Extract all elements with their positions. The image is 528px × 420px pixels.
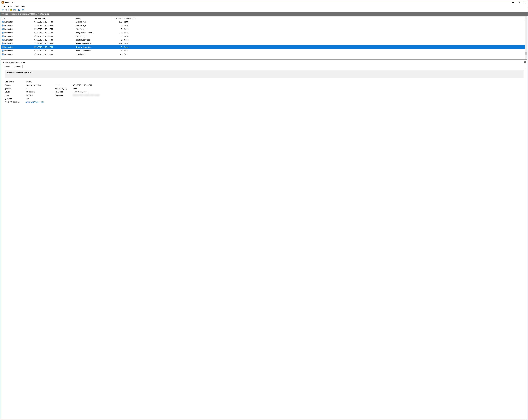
event-message: Hypervisor scheduler type is 0x2. [5, 70, 524, 78]
row-event-id: 6 [112, 24, 123, 27]
information-icon [2, 39, 4, 41]
row-date: 4/10/2018 12:10:33 PM [33, 49, 74, 52]
lbl-computer: Computer: [55, 94, 73, 96]
col-task[interactable]: Task Category [123, 16, 525, 20]
row-source: Hyper-V-Hypervisor [74, 49, 112, 52]
scroll-up-icon[interactable]: ▴ [525, 16, 527, 19]
information-icon [2, 50, 4, 52]
lbl-log-name: Log Name: [5, 81, 26, 83]
maximize-button[interactable] [516, 0, 522, 4]
column-headers[interactable]: Level Date and Time Source Event ID Task… [1, 16, 525, 20]
detail-close-icon[interactable]: ✕ [524, 61, 526, 64]
lbl-logged: Logged: [55, 84, 73, 86]
table-row[interactable]: Information4/10/2018 12:10:36 PMKernel-P… [1, 20, 525, 24]
event-list-container: Level Date and Time Source Event ID Task… [1, 16, 527, 59]
nav-back-button[interactable] [1, 8, 4, 12]
row-source: Kernel-Boot [74, 52, 112, 56]
table-row[interactable]: Information4/10/2018 12:10:35 PMFilterMa… [1, 24, 525, 27]
row-level: Information [4, 35, 13, 37]
row-source: FilterManager [74, 27, 112, 31]
table-row[interactable]: Information4/10/2018 12:10:35 PMFilterMa… [1, 27, 525, 31]
col-date[interactable]: Date and Time [33, 16, 74, 20]
row-source: IsolatedUserMode [74, 38, 112, 42]
app-title: Event Viewer [5, 1, 510, 3]
row-event-id: 6 [112, 35, 123, 38]
nav-forward-button[interactable] [4, 8, 8, 12]
menu-view[interactable]: View [14, 5, 20, 8]
val-user: SYSTEM [26, 94, 55, 96]
minimize-button[interactable] [510, 0, 516, 4]
row-task: None [123, 45, 525, 49]
col-event-id[interactable]: Event ID [112, 16, 123, 20]
svg-rect-9 [518, 2, 519, 3]
detail-pane: Event 2, Hyper-V-Hypervisor ✕ General De… [1, 60, 527, 419]
tab-details[interactable]: Details [13, 65, 23, 69]
toolbar-properties-icon[interactable] [13, 8, 16, 12]
tab-general[interactable]: General [3, 65, 13, 69]
row-task: None [123, 24, 525, 27]
row-level: Information [4, 24, 13, 26]
log-name: System [1, 13, 8, 15]
scroll-thumb[interactable] [525, 52, 527, 55]
svg-rect-14 [10, 9, 12, 11]
information-icon [2, 21, 4, 23]
log-event-count: Number of events: 3,179 (!) New events a… [11, 13, 50, 15]
val-keywords: (70368744177664) [73, 91, 109, 93]
row-date: 4/10/2018 12:10:33 PM [33, 45, 74, 49]
menu-action[interactable]: Action [6, 5, 14, 8]
row-level: Information [4, 21, 13, 23]
svg-rect-12 [2, 10, 4, 10]
val-log-name: System [26, 81, 109, 83]
svg-text:?: ? [19, 9, 20, 11]
row-level: Information [4, 50, 13, 52]
close-window-button[interactable] [522, 0, 528, 4]
event-list[interactable]: Level Date and Time Source Event ID Task… [1, 16, 525, 59]
row-event-id: 98 [112, 31, 123, 35]
lbl-event-id: Event ID: [5, 87, 26, 90]
menu-file[interactable]: File [1, 5, 6, 8]
svg-rect-7 [2, 3, 3, 3]
titlebar[interactable]: Event Viewer [0, 0, 528, 5]
row-date: 4/10/2018 12:10:33 PM [33, 52, 74, 56]
toolbar-help-icon[interactable]: ? [18, 8, 21, 12]
row-task: (32) [123, 52, 525, 56]
body-area: Level Date and Time Source Event ID Task… [0, 16, 528, 420]
val-level: Information [26, 91, 55, 93]
table-row[interactable]: Information4/10/2018 12:10:33 PMKernel-B… [1, 52, 525, 56]
toolbar: ? [0, 8, 528, 12]
lbl-opcode: OpCode: [5, 97, 26, 100]
toolbar-refresh-icon[interactable] [21, 8, 24, 12]
table-row[interactable]: Information4/10/2018 12:10:33 PMHyper-V-… [1, 42, 525, 45]
row-task: None [123, 27, 525, 31]
row-event-id: 6 [112, 27, 123, 31]
event-log-help-link[interactable]: Event Log Online Help [26, 101, 44, 103]
row-level: Information [4, 46, 13, 48]
table-row[interactable]: Information4/10/2018 12:10:33 PMIsolated… [1, 38, 525, 42]
detail-tabs: General Details [3, 65, 526, 69]
col-source[interactable]: Source [74, 16, 112, 20]
col-level[interactable]: Level [1, 16, 33, 20]
information-icon [2, 53, 4, 55]
row-source: FilterManager [74, 24, 112, 27]
app-icon [1, 1, 4, 4]
row-date: 4/10/2018 12:10:35 PM [33, 24, 74, 27]
row-level: Information [4, 53, 13, 55]
table-row[interactable]: Information4/10/2018 12:10:34 PMFilterMa… [1, 35, 525, 38]
event-rows: Information4/10/2018 12:10:36 PMKernel-P… [1, 20, 525, 59]
lbl-keywords: Keywords: [55, 91, 73, 93]
svg-rect-6 [2, 2, 3, 3]
toolbar-open-icon[interactable] [9, 8, 13, 12]
row-source: Hyper-V-Hypervisor [74, 45, 112, 49]
table-row[interactable]: Information4/10/2018 12:10:33 PMHyper-V-… [1, 45, 525, 49]
menubar: File Action View Help [0, 5, 528, 8]
list-scrollbar[interactable]: ▴ ▾ [525, 16, 527, 59]
information-icon [2, 28, 4, 30]
detail-body: General Details Hypervisor scheduler typ… [1, 64, 527, 419]
scroll-track[interactable] [525, 19, 527, 57]
menu-help[interactable]: Help [20, 5, 26, 8]
table-row[interactable]: Information4/10/2018 12:10:34 PMNtfs (Mi… [1, 31, 525, 35]
information-icon [2, 35, 4, 37]
lbl-level: Level: [5, 91, 26, 93]
table-row[interactable]: Information4/10/2018 12:10:33 PMHyper-V-… [1, 49, 525, 52]
scroll-down-icon[interactable]: ▾ [525, 57, 527, 59]
